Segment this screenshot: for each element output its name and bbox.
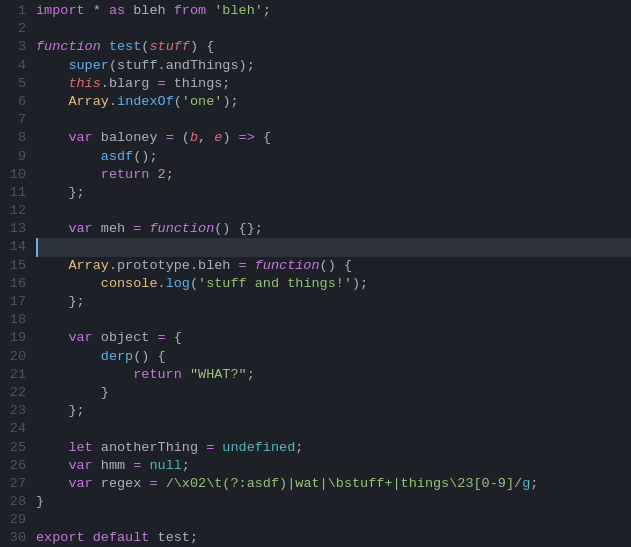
line-number-19: 19 <box>6 329 26 347</box>
code-line-9: asdf(); <box>36 148 631 166</box>
code-line-28: } <box>36 493 631 511</box>
line-number-17: 17 <box>6 293 26 311</box>
line-number-22: 22 <box>6 384 26 402</box>
line-number-29: 29 <box>6 511 26 529</box>
code-editor: 1234567891011121314151617181920212223242… <box>0 0 631 547</box>
line-number-14: 14 <box>6 238 26 256</box>
code-line-26: var hmm = null; <box>36 457 631 475</box>
code-line-14 <box>36 238 631 256</box>
line-number-11: 11 <box>6 184 26 202</box>
line-number-16: 16 <box>6 275 26 293</box>
line-number-7: 7 <box>6 111 26 129</box>
code-line-11: }; <box>36 184 631 202</box>
code-line-8: var baloney = (b, e) => { <box>36 129 631 147</box>
line-number-13: 13 <box>6 220 26 238</box>
code-line-29 <box>36 511 631 529</box>
code-line-6: Array.indexOf('one'); <box>36 93 631 111</box>
code-content: import * as bleh from 'bleh'; function t… <box>36 2 631 547</box>
code-line-21: return "WHAT?"; <box>36 366 631 384</box>
line-number-30: 30 <box>6 529 26 547</box>
code-line-16: console.log('stuff and things!'); <box>36 275 631 293</box>
line-number-23: 23 <box>6 402 26 420</box>
line-number-25: 25 <box>6 439 26 457</box>
code-line-2 <box>36 20 631 38</box>
line-number-6: 6 <box>6 93 26 111</box>
line-number-15: 15 <box>6 257 26 275</box>
code-line-25: let anotherThing = undefined; <box>36 439 631 457</box>
line-number-5: 5 <box>6 75 26 93</box>
line-number-18: 18 <box>6 311 26 329</box>
code-line-15: Array.prototype.bleh = function() { <box>36 257 631 275</box>
code-line-19: var object = { <box>36 329 631 347</box>
code-line-12 <box>36 202 631 220</box>
code-line-1: import * as bleh from 'bleh'; <box>36 2 631 20</box>
code-line-7 <box>36 111 631 129</box>
code-line-23: }; <box>36 402 631 420</box>
line-number-26: 26 <box>6 457 26 475</box>
line-numbers: 1234567891011121314151617181920212223242… <box>0 2 36 547</box>
line-number-4: 4 <box>6 57 26 75</box>
code-line-4: super(stuff.andThings); <box>36 57 631 75</box>
line-number-1: 1 <box>6 2 26 20</box>
code-line-5: this.blarg = things; <box>36 75 631 93</box>
code-line-13: var meh = function() {}; <box>36 220 631 238</box>
code-line-24 <box>36 420 631 438</box>
line-number-8: 8 <box>6 129 26 147</box>
line-number-9: 9 <box>6 148 26 166</box>
line-number-3: 3 <box>6 38 26 56</box>
code-line-27: var regex = /\x02\t(?:asdf)|wat|\bstuff+… <box>36 475 631 493</box>
line-number-20: 20 <box>6 348 26 366</box>
line-number-10: 10 <box>6 166 26 184</box>
code-line-20: derp() { <box>36 348 631 366</box>
line-number-28: 28 <box>6 493 26 511</box>
line-number-27: 27 <box>6 475 26 493</box>
line-number-2: 2 <box>6 20 26 38</box>
code-line-17: }; <box>36 293 631 311</box>
line-number-21: 21 <box>6 366 26 384</box>
code-line-22: } <box>36 384 631 402</box>
line-number-24: 24 <box>6 420 26 438</box>
code-line-18 <box>36 311 631 329</box>
code-line-3: function test(stuff) { <box>36 38 631 56</box>
code-line-10: return 2; <box>36 166 631 184</box>
code-line-30: export default test; <box>36 529 631 547</box>
line-number-12: 12 <box>6 202 26 220</box>
